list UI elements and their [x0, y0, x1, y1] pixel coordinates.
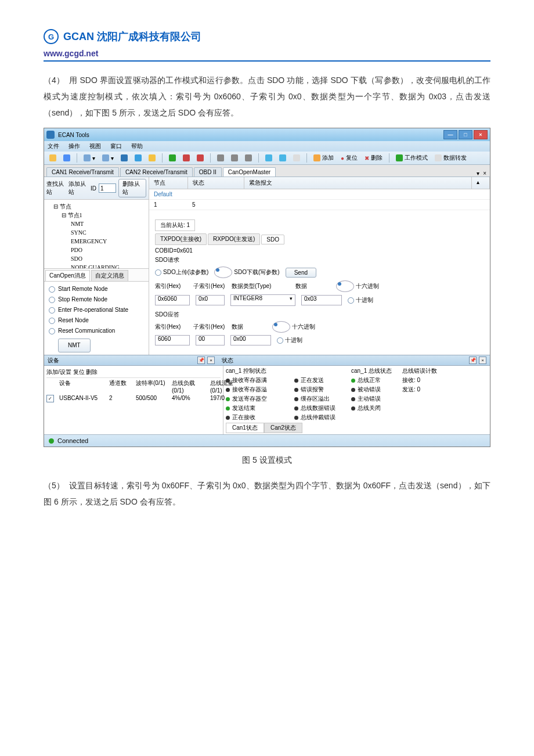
grid-row-1[interactable]: 15 [149, 200, 490, 210]
tab-rxpdo[interactable]: RXPDO(主发送) [208, 233, 260, 245]
st-c1: 被动错误 [351, 386, 398, 394]
tab-can1[interactable]: CAN1 Receive/Transmit [46, 167, 119, 177]
paragraph-5: （5）设置目标转速，索引号为 0x60FF、子索引为 0x0、数据类型为四个字节… [44, 477, 490, 510]
tb-undo-icon[interactable] [277, 154, 288, 161]
tab-can2[interactable]: CAN2 Receive/Transmit [120, 167, 193, 177]
sdo-upload-radio[interactable]: SDO上传(读参数) [155, 268, 208, 276]
op-reset-comm[interactable]: Reset Communication [49, 326, 144, 336]
para4-number: （4） [44, 72, 69, 88]
tab-canopen[interactable]: CanOpenMaster [223, 167, 276, 177]
tab-obd[interactable]: OBD II [194, 167, 222, 177]
tab-sdo[interactable]: SDO [261, 235, 284, 244]
tree-emergency[interactable]: EMERGENCY [48, 237, 145, 246]
status-panel-title: 状态 [222, 357, 233, 365]
maximize-button[interactable]: □ [459, 130, 472, 139]
op-preop[interactable]: Enter Pre-operational State [49, 305, 144, 315]
dev-ch: 2 [109, 395, 132, 402]
st-b0: 正在发送 [294, 376, 347, 384]
toolbar-delete[interactable]: ✖删除 [363, 154, 384, 162]
select-type[interactable]: INTEGER8 [230, 294, 295, 306]
panel-close-icon-2[interactable]: × [479, 357, 486, 364]
tree-root[interactable]: ⊟ 节点 [48, 202, 145, 211]
tree-pdo[interactable]: PDO [48, 246, 145, 254]
tb-grid2-icon[interactable]: ▾ [100, 154, 116, 161]
input-data[interactable]: 0x03 [301, 295, 342, 305]
minimize-button[interactable]: — [443, 130, 457, 139]
stat-t1: can_1 控制状态 [226, 367, 290, 375]
tb-clear-icon[interactable] [147, 154, 157, 161]
tab-txpdo[interactable]: TXPDO(主接收) [155, 233, 207, 245]
tab-canopen-msg[interactable]: CanOpen消息 [45, 270, 90, 281]
tb-save-icon[interactable] [62, 154, 72, 161]
toolbar-add[interactable]: 添加 [312, 154, 335, 162]
toolbar-mode[interactable]: 工作模式 [394, 154, 430, 162]
toolbar-trigger[interactable]: 数据转发 [433, 154, 468, 162]
tb-cut-icon[interactable] [215, 154, 226, 161]
tb-x-icon[interactable] [195, 154, 205, 161]
tb-grid-icon[interactable]: ▾ [82, 154, 97, 161]
resp-hex-radio[interactable]: 十六进制 [272, 321, 315, 333]
slave-toolbar: 查找从站 添加从站 ID 删除从站 [44, 177, 149, 200]
panel-close-icon[interactable]: × [207, 357, 215, 364]
resp-sub: 00 [196, 335, 225, 345]
radix-dec-radio[interactable]: 十进制 [348, 296, 373, 304]
tree-nmt[interactable]: NMT [48, 219, 145, 228]
menu-file[interactable]: 文件 [48, 142, 59, 150]
tb-user-icon[interactable] [181, 154, 192, 161]
tree-sdo[interactable]: SDO [48, 254, 145, 263]
radix-hex-radio[interactable]: 十六进制 [336, 280, 379, 292]
slave-id-input[interactable] [99, 183, 116, 193]
tabs-dropdown-icon[interactable]: ▾ [477, 170, 479, 177]
device-toolbar[interactable]: 添加/设置 复位 删除 [46, 367, 221, 378]
header-rule [44, 60, 490, 62]
input-index[interactable]: 0x6060 [155, 295, 190, 305]
can1-status-tab[interactable]: Can1状态 [226, 423, 264, 433]
op-stop-remote[interactable]: Stop Remote Node [49, 294, 144, 305]
tb-pause-icon[interactable] [119, 154, 129, 161]
dev-h-load: 总线负载(0/1) [172, 379, 207, 394]
menu-view[interactable]: 视图 [89, 142, 101, 150]
op-reset-node[interactable]: Reset Node [49, 315, 144, 326]
st-b4: 总线仲裁错误 [294, 413, 347, 422]
input-subindex[interactable]: 0x0 [196, 295, 225, 305]
menu-help[interactable]: 帮助 [131, 142, 143, 150]
device-checkbox[interactable]: ✓ [46, 395, 54, 402]
tabs-close-icon[interactable]: × [483, 170, 486, 177]
resp-hdr-sub: 子索引(Hex) [193, 323, 226, 331]
send-button[interactable]: Send [286, 268, 316, 278]
st-c2: 主动错误 [351, 395, 398, 403]
can2-status-tab[interactable]: Can2状态 [264, 423, 302, 433]
grid-row-default[interactable]: Default [149, 189, 490, 200]
menu-window[interactable]: 窗口 [110, 142, 122, 150]
stat-rx: 接收: 0 [402, 376, 443, 384]
pin-icon-2[interactable]: 📌 [469, 357, 477, 364]
pin-icon[interactable]: 📌 [197, 357, 205, 364]
node-grid-header: 节点 状态 紧急报文 ▴ [149, 177, 490, 189]
tb-refresh-icon[interactable] [133, 154, 143, 161]
stat-t3: 总线错误计数 [402, 367, 443, 375]
tb-cfg-icon[interactable] [264, 154, 274, 161]
delete-slave-button[interactable]: 删除从站 [118, 179, 146, 197]
find-slave[interactable]: 查找从站 [46, 180, 66, 196]
menu-operate[interactable]: 操作 [68, 142, 80, 150]
resp-hdr-data: 数据 [232, 323, 266, 331]
op-start-remote[interactable]: Start Remote Node [49, 284, 144, 294]
tb-paste-icon[interactable] [243, 154, 254, 161]
tb-new-icon[interactable] [48, 154, 58, 161]
status-panelbar: 状态 📌× [218, 355, 490, 366]
close-button[interactable]: × [474, 130, 488, 139]
add-slave[interactable]: 添加从站 [68, 180, 88, 196]
tree-sync[interactable]: SYNC [48, 228, 145, 237]
tree-node1[interactable]: ⊟ 节点1 [48, 211, 145, 219]
sdo-download-radio[interactable]: SDO下载(写参数) [214, 267, 279, 278]
grid-scroll-up[interactable]: ▴ [472, 177, 490, 189]
toolbar-reset[interactable]: ●复位 [339, 154, 359, 162]
resp-data: 0x00 [230, 335, 271, 345]
tb-copy-icon[interactable] [229, 154, 240, 161]
tb-play-icon[interactable] [167, 154, 178, 161]
resp-dec-radio[interactable]: 十进制 [277, 336, 302, 344]
para5-number: （5） [44, 477, 69, 494]
nmt-button[interactable]: NMT [58, 339, 91, 352]
tb-doc-icon[interactable] [291, 154, 302, 161]
tab-custom-msg[interactable]: 自定义消息 [91, 270, 128, 281]
